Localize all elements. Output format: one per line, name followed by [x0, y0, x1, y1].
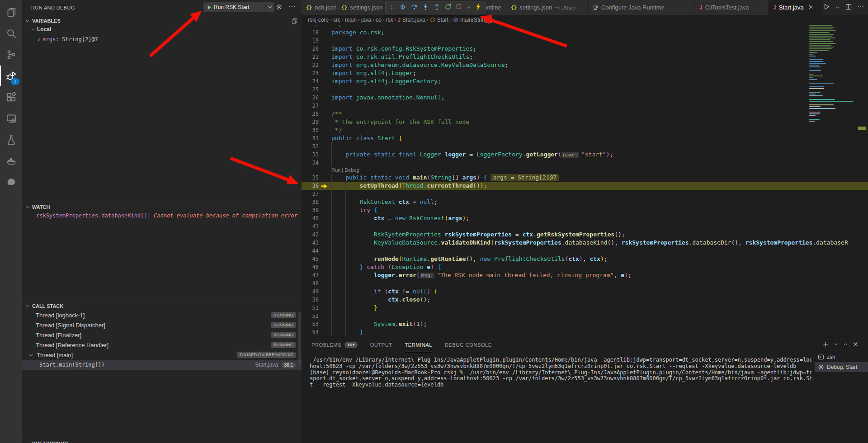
gutter[interactable]	[319, 304, 331, 312]
watch-expression-row[interactable]: rskSystemProperties.databaseKind(): Cann…	[36, 212, 298, 219]
code-line-29[interactable]: 29 * The entrypoint for the RSK full nod…	[302, 118, 868, 126]
gutter[interactable]	[319, 110, 331, 118]
code-line-37[interactable]: 37	[302, 190, 868, 198]
line-number[interactable]: 39	[302, 206, 319, 214]
continue-icon[interactable]	[399, 3, 407, 13]
stop-icon[interactable]	[455, 3, 462, 12]
code-line-50[interactable]: 50ctx.close();	[302, 296, 868, 304]
breadcrumb-item-rsk[interactable]: rsk	[386, 17, 393, 23]
breadcrumb-item-start[interactable]: Start	[430, 17, 448, 23]
step-out-icon[interactable]	[433, 3, 441, 13]
panel-tab-problems[interactable]: PROBLEMS1K+	[311, 338, 358, 352]
line-number[interactable]: 40	[302, 214, 319, 222]
code-line-27[interactable]: 27	[302, 102, 868, 110]
gutter[interactable]	[319, 118, 331, 126]
breadcrumb-item-java[interactable]: java	[361, 17, 371, 23]
minimap[interactable]	[809, 25, 856, 123]
line-number[interactable]: 21	[302, 53, 319, 61]
gutter[interactable]	[319, 85, 331, 94]
call-stack-thread[interactable]: Thread [Finalizer]RUNNING	[22, 330, 302, 340]
gear-icon[interactable]	[275, 3, 283, 10]
line-number[interactable]: 35	[302, 174, 319, 182]
line-number[interactable]: 29	[302, 118, 319, 126]
line-number[interactable]: 33	[302, 151, 319, 159]
run-config-dropdown[interactable]: Run RSK Start	[203, 2, 274, 12]
gutter[interactable]	[319, 126, 331, 134]
gutter[interactable]	[319, 328, 331, 336]
gutter[interactable]	[319, 255, 331, 263]
gutter[interactable]	[319, 214, 331, 222]
code-line-35[interactable]: 35public static void main(String[] args)…	[302, 174, 868, 182]
code-line-26[interactable]: 26import javax.annotation.Nonnull;	[302, 94, 868, 102]
activity-extensions[interactable]	[0, 87, 22, 108]
gutter[interactable]	[319, 287, 331, 296]
code-line-24[interactable]: 24import org.slf4j.LoggerFactory;	[302, 77, 868, 85]
variables-section-header[interactable]: VARIABLES	[22, 16, 302, 25]
line-number[interactable]: 37	[302, 190, 319, 198]
code-line-51[interactable]: 51}	[302, 304, 868, 312]
gutter[interactable]	[319, 182, 331, 190]
code-line-48[interactable]: 48	[302, 279, 868, 287]
gutter[interactable]	[319, 77, 331, 85]
gutter[interactable]	[319, 222, 331, 231]
step-over-icon[interactable]	[410, 3, 418, 13]
code-line-39[interactable]: 39try {	[302, 206, 868, 214]
line-number[interactable]: 19	[302, 37, 319, 45]
gutter[interactable]	[319, 271, 331, 279]
code-line-38[interactable]: 38RskContext ctx = null;	[302, 198, 868, 206]
code-line-23[interactable]: 23import org.slf4j.Logger;	[302, 69, 868, 77]
sidebar-scrollbar[interactable]	[298, 312, 301, 364]
line-number[interactable]: 31	[302, 134, 319, 142]
panel-tab-terminal[interactable]: TERMINAL	[405, 338, 432, 352]
call-stack-thread[interactable]: Thread [main]PAUSED ON BREAKPOINT	[22, 350, 302, 360]
chevron-down-icon[interactable]	[267, 5, 273, 10]
gutter[interactable]	[319, 53, 331, 61]
breadcrumb-item-src[interactable]: src	[333, 17, 340, 23]
gutter[interactable]	[319, 142, 331, 151]
line-number[interactable]: 38	[302, 198, 319, 206]
line-number[interactable]: 23	[302, 69, 319, 77]
gutter[interactable]	[319, 198, 331, 206]
line-number[interactable]: 32	[302, 142, 319, 151]
chevron-down-icon[interactable]	[466, 4, 471, 12]
gutter[interactable]	[319, 134, 331, 142]
line-number[interactable]: 30	[302, 126, 319, 134]
activity-source-control[interactable]	[0, 44, 22, 65]
code-line-44[interactable]: 44	[302, 247, 868, 255]
code-editor[interactable]: 17 */18package co.rsk;1920import co.rsk.…	[302, 25, 868, 337]
code-line-45[interactable]: 45runNode(Runtime.getRuntime(), new Pref…	[302, 255, 868, 263]
panel-tab-output[interactable]: OUTPUT	[370, 338, 392, 352]
activity-remote-explorer[interactable]	[0, 108, 22, 129]
breadcrumb-item-rskj-core[interactable]: rskj-core	[308, 17, 329, 23]
line-number[interactable]: 18	[302, 28, 319, 37]
breadcrumb-item-main[interactable]: main	[345, 17, 357, 23]
gutter[interactable]	[319, 296, 331, 304]
gutter[interactable]	[319, 320, 331, 328]
activity-files[interactable]	[0, 2, 22, 23]
variable-args[interactable]: args : String[2]@7	[36, 36, 98, 42]
line-number[interactable]: 26	[302, 94, 319, 102]
gutter[interactable]	[319, 69, 331, 77]
gutter[interactable]	[319, 247, 331, 255]
line-number[interactable]: 51	[302, 304, 319, 312]
code-line-28[interactable]: 28/**	[302, 110, 868, 118]
line-number[interactable]: 17	[302, 25, 319, 28]
code-line-30[interactable]: 30 */	[302, 126, 868, 134]
chevron-down-icon[interactable]	[835, 4, 840, 12]
gutter[interactable]	[319, 151, 331, 159]
step-into-icon[interactable]	[422, 3, 429, 13]
call-stack-frame[interactable]: Start.main(String[])Start.java36:1	[22, 360, 302, 370]
code-line-19[interactable]: 19	[302, 37, 868, 45]
gutter[interactable]	[319, 312, 331, 320]
breadcrumb-item-start.java[interactable]: JStart.java	[398, 17, 425, 23]
drag-handle-icon[interactable]	[389, 4, 396, 12]
code-line-41[interactable]: 41	[302, 222, 868, 231]
code-line-20[interactable]: 20import co.rsk.config.RskSystemProperti…	[302, 45, 868, 53]
line-number[interactable]: 54	[302, 328, 319, 336]
line-number[interactable]: 45	[302, 255, 319, 263]
code-line-22[interactable]: 22import org.ethereum.datasource.KeyValu…	[302, 61, 868, 69]
gutter[interactable]	[319, 206, 331, 214]
close-icon[interactable]	[852, 341, 859, 349]
line-number[interactable]: 22	[302, 61, 319, 69]
chevron-right-icon[interactable]	[36, 37, 41, 42]
